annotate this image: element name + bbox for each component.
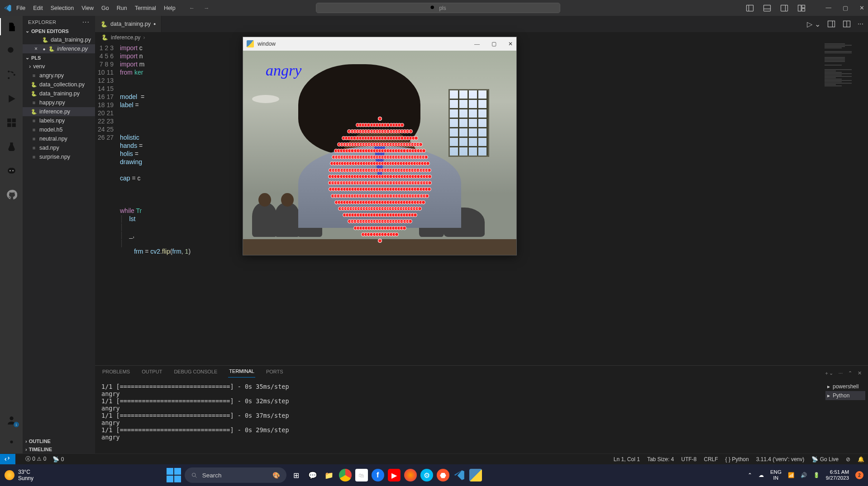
status-tabsize[interactable]: Tab Size: 4 xyxy=(647,456,674,462)
vscode-taskbar-icon[interactable] xyxy=(453,469,466,481)
tray-onedrive-icon[interactable]: ☁ xyxy=(758,472,764,478)
ms-store-icon[interactable]: 🛍 xyxy=(355,469,368,481)
app-icon[interactable]: ⚙ xyxy=(420,469,433,481)
python-taskbar-icon[interactable] xyxy=(469,469,482,481)
tab-data-training[interactable]: 🐍 data_training.py ● xyxy=(95,16,162,32)
explorer-more-icon[interactable]: ··· xyxy=(82,21,90,24)
file-data-collection[interactable]: 🐍data_collection.py xyxy=(23,80,95,89)
taskbar-search[interactable]: Search 🎨 xyxy=(185,467,286,483)
status-language[interactable]: { } Python xyxy=(725,456,749,462)
command-center-search[interactable]: pls xyxy=(316,3,560,13)
status-encoding[interactable]: UTF-8 xyxy=(681,456,696,462)
editor-more-icon[interactable]: ··· xyxy=(858,20,863,28)
firefox-icon[interactable] xyxy=(404,469,417,481)
status-eol[interactable]: CRLF xyxy=(704,456,718,462)
folder-venv[interactable]: › venv xyxy=(23,62,95,71)
menu-terminal[interactable]: Terminal xyxy=(135,5,156,11)
remote-indicator-icon[interactable] xyxy=(0,454,15,465)
terminal-new-icon[interactable]: ＋⌄ xyxy=(824,370,833,377)
open-editor-inference[interactable]: × ● 🐍 inference.py xyxy=(23,44,95,53)
timeline-section[interactable]: ›TIMELINE xyxy=(23,445,95,453)
cv2-close-icon[interactable]: ✕ xyxy=(508,41,513,47)
close-icon[interactable]: × xyxy=(34,46,40,52)
layout-sidebar-right-icon[interactable] xyxy=(780,4,789,13)
terminal-entry-powershell[interactable]: ▸powershell xyxy=(825,382,865,391)
terminal-more-icon[interactable]: ··· xyxy=(839,370,843,376)
activity-run-debug-icon[interactable] xyxy=(5,92,18,105)
nav-forward-icon[interactable]: → xyxy=(204,5,210,11)
menu-edit[interactable]: Edit xyxy=(33,5,43,11)
taskview-icon[interactable]: ⊞ xyxy=(290,469,303,481)
file-labels-npy[interactable]: ≡labels.npy xyxy=(23,116,95,125)
menu-selection[interactable]: Selection xyxy=(51,5,74,11)
activity-testing-icon[interactable] xyxy=(5,140,18,153)
tray-battery-icon[interactable]: 🔋 xyxy=(813,472,820,478)
cv2-titlebar[interactable]: window — ▢ ✕ xyxy=(243,37,516,51)
open-editor-data-training[interactable]: × 🐍 data_training.py xyxy=(23,35,95,44)
panel-tab-terminal[interactable]: TERMINAL xyxy=(228,368,255,377)
activity-extensions-icon[interactable] xyxy=(5,116,18,129)
project-section[interactable]: ⌄ PLS xyxy=(23,53,95,62)
menu-help[interactable]: Help xyxy=(164,5,176,11)
file-sad-npy[interactable]: ≡sad.npy xyxy=(23,143,95,152)
file-explorer-icon[interactable]: 📁 xyxy=(323,469,335,481)
status-ports[interactable]: 📡 0 xyxy=(52,456,64,462)
file-happy-npy[interactable]: ≡happy.npy xyxy=(23,98,95,107)
status-errors[interactable]: ⓧ 0 ⚠ 0 xyxy=(25,455,46,463)
brave-icon[interactable]: ⬣ xyxy=(437,469,449,481)
window-maximize-icon[interactable]: ▢ xyxy=(843,5,848,11)
file-angry-npy[interactable]: ≡angry.npy xyxy=(23,71,95,80)
activity-accounts-icon[interactable]: 1 xyxy=(5,414,18,426)
menu-go[interactable]: Go xyxy=(101,5,109,11)
youtube-icon[interactable]: ▶ xyxy=(388,469,401,481)
activity-explorer-icon[interactable] xyxy=(5,20,18,33)
activity-copilot-icon[interactable] xyxy=(5,164,18,177)
menu-run[interactable]: Run xyxy=(117,5,127,11)
layout-sidebar-left-icon[interactable] xyxy=(745,4,754,13)
panel-tab-output[interactable]: OUTPUT xyxy=(141,369,163,377)
minimap[interactable] xyxy=(823,43,868,201)
chat-icon[interactable]: 💬 xyxy=(306,469,319,481)
tray-notification-badge[interactable]: 2 xyxy=(855,471,863,479)
run-button-icon[interactable]: ▷ ⌄ xyxy=(807,20,820,28)
terminal-entry-python[interactable]: ▸Python xyxy=(825,391,865,400)
panel-tab-ports[interactable]: PORTS xyxy=(265,369,284,377)
activity-settings-icon[interactable] xyxy=(5,435,18,448)
file-model-h5[interactable]: ≡model.h5 xyxy=(23,125,95,134)
panel-tab-problems[interactable]: PROBLEMS xyxy=(101,369,131,377)
start-button[interactable] xyxy=(167,468,181,482)
panel-close-icon[interactable]: ✕ xyxy=(858,370,862,376)
window-close-icon[interactable]: ✕ xyxy=(859,5,864,11)
menu-view[interactable]: View xyxy=(81,5,94,11)
file-data-training[interactable]: 🐍data_training.py xyxy=(23,89,95,98)
status-golive[interactable]: 📡 Go Live xyxy=(811,456,839,462)
outline-section[interactable]: ›OUTLINE xyxy=(23,437,95,445)
status-lncol[interactable]: Ln 1, Col 1 xyxy=(614,456,640,462)
activity-search-icon[interactable] xyxy=(5,44,18,57)
panel-maximize-icon[interactable]: ⌃ xyxy=(848,370,852,376)
nav-back-icon[interactable]: ← xyxy=(189,5,195,11)
activity-github-icon[interactable] xyxy=(5,188,18,201)
file-inference[interactable]: 🐍inference.py xyxy=(23,107,95,116)
terminal-output[interactable]: 1/1 [==============================] - 0… xyxy=(95,380,823,453)
tray-wifi-icon[interactable]: 📶 xyxy=(788,472,794,478)
status-feedback-icon[interactable]: ⊘ xyxy=(846,456,850,462)
tray-language[interactable]: ENGIN xyxy=(770,469,782,481)
status-bell-icon[interactable]: 🔔 xyxy=(858,456,864,462)
layout-panel-icon[interactable] xyxy=(763,4,772,13)
tray-chevron-up-icon[interactable]: ⌃ xyxy=(748,472,752,478)
split-editor-icon[interactable] xyxy=(827,19,836,28)
activity-source-control-icon[interactable] xyxy=(5,68,18,81)
layout-icon[interactable] xyxy=(842,19,851,28)
facebook-icon[interactable]: f xyxy=(372,469,384,481)
menu-file[interactable]: File xyxy=(16,5,25,11)
tray-clock[interactable]: 6:51 AM9/27/2023 xyxy=(826,469,849,481)
file-neutral-npy[interactable]: ≡neutral.npy xyxy=(23,134,95,143)
open-editors-section[interactable]: ⌄ OPEN EDITORS xyxy=(23,27,95,35)
window-minimize-icon[interactable]: — xyxy=(825,5,831,11)
file-surprise-npy[interactable]: ≡surprise.npy xyxy=(23,152,95,161)
taskbar-weather[interactable]: 33°CSunny xyxy=(5,469,33,481)
chrome-icon[interactable] xyxy=(339,469,352,481)
tray-volume-icon[interactable]: 🔊 xyxy=(801,472,807,478)
cv2-maximize-icon[interactable]: ▢ xyxy=(491,41,496,47)
